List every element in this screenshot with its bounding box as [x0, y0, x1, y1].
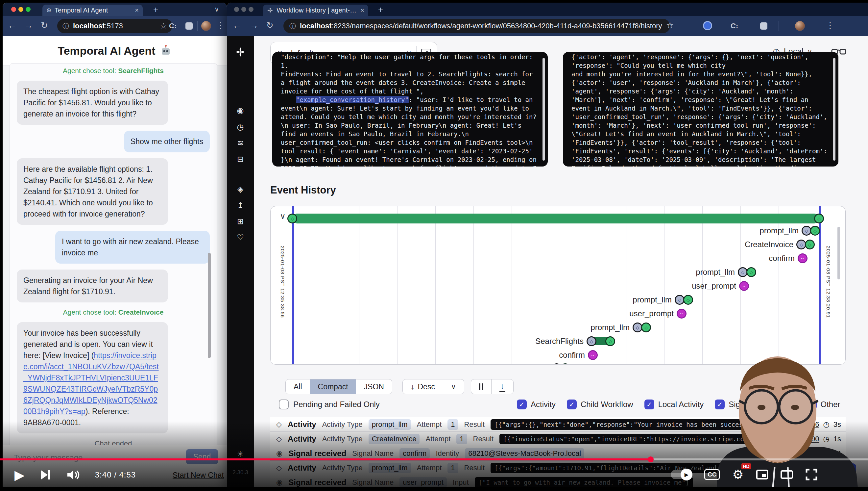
- sort-control[interactable]: ↓Desc ∨: [402, 379, 464, 394]
- tab-workflow-history[interactable]: Workflow History | agent-wor ×: [263, 5, 368, 16]
- filter-signal[interactable]: ✓Signal: [715, 400, 751, 409]
- activity-scheduled-icon[interactable]: ◇: [552, 363, 562, 365]
- site-info-icon[interactable]: ⓘ: [289, 22, 296, 31]
- schedules-icon[interactable]: ◷: [227, 122, 254, 132]
- video-progress-remaining[interactable]: [651, 458, 868, 460]
- filter-child-workflow[interactable]: ✓Child Workflow: [567, 400, 633, 409]
- signal-marker-icon[interactable]: ••: [677, 309, 686, 319]
- new-tab-button[interactable]: +: [378, 5, 383, 14]
- back-icon[interactable]: ←: [8, 21, 17, 30]
- checkbox-icon[interactable]: ✓: [762, 400, 772, 409]
- workflows-icon[interactable]: ◉: [227, 106, 254, 115]
- panel-scrollbar[interactable]: [833, 58, 835, 161]
- sort-desc-button[interactable]: ↓Desc: [403, 379, 443, 394]
- batch-operations-icon[interactable]: ≋: [227, 139, 254, 148]
- reload-icon[interactable]: ↻: [266, 21, 274, 30]
- miniplayer-icon[interactable]: [756, 470, 768, 480]
- reload-icon[interactable]: ↻: [41, 21, 48, 30]
- tab-close-icon[interactable]: ×: [360, 7, 364, 14]
- pending-failed-filter[interactable]: Pending and Failed Only: [279, 400, 380, 409]
- checkbox-icon[interactable]: ✓: [517, 400, 527, 409]
- activity-completed-icon[interactable]: ◇: [641, 322, 651, 333]
- playback-controls[interactable]: ↓: [471, 379, 514, 394]
- extensions-puzzle-icon[interactable]: [185, 22, 193, 30]
- bookmark-star-icon[interactable]: ☆: [666, 21, 674, 31]
- activity-completed-icon[interactable]: ◇: [805, 239, 815, 250]
- video-progress-handle[interactable]: [648, 457, 654, 462]
- download-button[interactable]: ↓: [491, 379, 513, 394]
- pause-button[interactable]: [471, 379, 491, 394]
- activity-completed-icon[interactable]: ◇: [683, 295, 693, 305]
- archive-icon[interactable]: ⊟: [227, 155, 254, 164]
- view-tab-json[interactable]: JSON: [356, 379, 392, 394]
- play-icon[interactable]: ▶: [14, 467, 25, 483]
- profile-avatar[interactable]: [201, 21, 211, 31]
- namespaces-icon[interactable]: ◈: [227, 184, 254, 194]
- extension-c-icon[interactable]: C:: [169, 22, 177, 30]
- forward-icon[interactable]: →: [250, 21, 258, 30]
- collapse-chevron-icon[interactable]: ∨: [280, 211, 286, 221]
- activity-completed-icon[interactable]: ◇: [605, 336, 615, 346]
- tab-search-chevron-icon[interactable]: ∨: [214, 6, 219, 12]
- menu-kebab-icon[interactable]: ⋮: [216, 21, 225, 30]
- activity-completed-icon[interactable]: ◇: [746, 267, 756, 277]
- address-bar[interactable]: ⓘ localhost:5173 ☆: [57, 19, 172, 33]
- signal-marker-icon[interactable]: ••: [588, 350, 598, 360]
- settings-gear-icon[interactable]: ⚙HD: [732, 467, 743, 482]
- view-tab-compact[interactable]: Compact: [310, 379, 356, 394]
- new-tab-button[interactable]: +: [153, 5, 158, 14]
- address-bar[interactable]: ⓘ localhost:8233/namespaces/default/work…: [283, 19, 670, 33]
- back-icon[interactable]: ←: [233, 21, 241, 30]
- password-manager-icon[interactable]: [703, 21, 712, 30]
- profile-avatar[interactable]: [795, 21, 805, 31]
- minimize-window-button[interactable]: [19, 7, 23, 12]
- extensions-puzzle-icon[interactable]: [760, 22, 767, 30]
- volume-icon[interactable]: [67, 469, 80, 481]
- checkbox-icon[interactable]: ✓: [644, 400, 654, 409]
- chat-scrollbar[interactable]: [208, 253, 211, 358]
- checkbox-icon[interactable]: ✓: [807, 400, 817, 409]
- event-timeline[interactable]: ∨ 2025-01-08 PST 12:35:38.56 2025-01-08 …: [270, 206, 846, 365]
- workflow-input-panel[interactable]: "description": "Help the user gather arg…: [272, 52, 548, 167]
- close-window-button[interactable]: [11, 7, 16, 12]
- filter-other[interactable]: ✓Other: [807, 400, 840, 409]
- workflow-result-panel[interactable]: {'actor': 'agent', 'response': {'args': …: [563, 52, 838, 167]
- filter-activity[interactable]: ✓Activity: [517, 400, 556, 409]
- filter-local-activity[interactable]: ✓Local Activity: [644, 400, 704, 409]
- close-window-button[interactable]: [234, 7, 239, 12]
- workflow-marker-icon[interactable]: ◇: [814, 213, 824, 224]
- tab-temporal-ai-agent[interactable]: ⊕ Temporal AI Agent ×: [42, 5, 143, 16]
- fullscreen-icon[interactable]: [806, 469, 817, 481]
- signal-marker-icon[interactable]: ••: [739, 281, 749, 291]
- autoplay-toggle[interactable]: ▶: [671, 470, 692, 479]
- feedback-icon[interactable]: ⊞: [227, 217, 254, 226]
- tab-close-icon[interactable]: ×: [135, 7, 139, 14]
- checkbox-icon[interactable]: ✓: [567, 400, 577, 409]
- timeline-scrollbar[interactable]: [837, 227, 840, 280]
- activity-completed-icon[interactable]: ◇: [560, 363, 570, 365]
- checkbox-icon[interactable]: ✓: [715, 400, 725, 409]
- menu-kebab-icon[interactable]: ⋮: [826, 21, 834, 30]
- extension-c-icon[interactable]: C:: [731, 22, 738, 30]
- workflow-marker-icon[interactable]: ◇: [287, 213, 297, 224]
- site-info-icon[interactable]: ⓘ: [62, 22, 69, 31]
- signal-marker-icon[interactable]: ••: [798, 253, 807, 263]
- captions-button[interactable]: CC: [704, 469, 720, 480]
- view-mode-tabs[interactable]: AllCompactJSON: [285, 379, 392, 394]
- panel-scrollbar[interactable]: [542, 58, 545, 161]
- favorites-icon[interactable]: ♡: [227, 233, 254, 242]
- video-progress-watched[interactable]: [0, 458, 651, 460]
- next-icon[interactable]: [40, 469, 52, 481]
- bookmark-star-icon[interactable]: ☆: [160, 21, 167, 31]
- invoice-link[interactable]: https://invoice.stripe.com/i/acct_1NBOLu…: [23, 351, 159, 416]
- forward-icon[interactable]: →: [24, 21, 33, 30]
- activity-scheduled-icon[interactable]: ◇: [587, 336, 596, 346]
- workflow-execution-bar[interactable]: [292, 213, 819, 224]
- zoom-window-button[interactable]: [26, 7, 31, 12]
- pending-checkbox[interactable]: [279, 400, 289, 409]
- activity-completed-icon[interactable]: ◇: [810, 226, 820, 236]
- sort-chevron-button[interactable]: ∨: [443, 379, 464, 394]
- zoom-window-button[interactable]: [249, 7, 253, 12]
- minimize-window-button[interactable]: [241, 7, 246, 12]
- share-icon[interactable]: ↥: [227, 201, 254, 210]
